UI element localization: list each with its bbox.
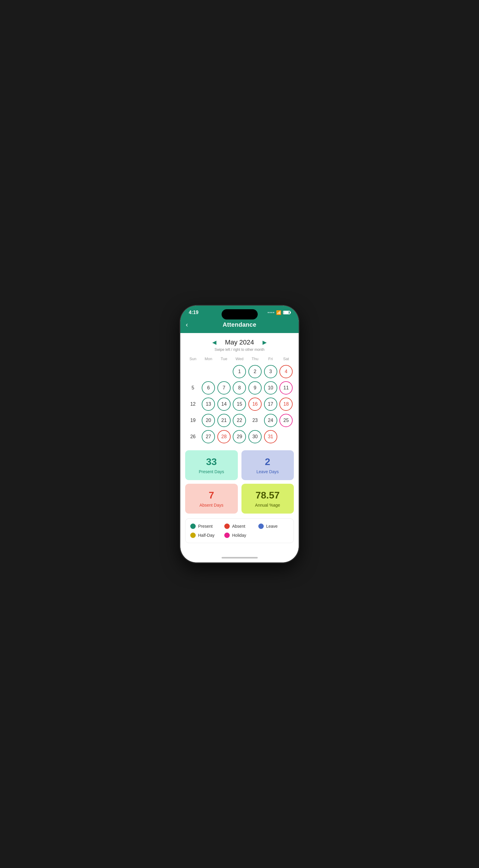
day-cell — [278, 429, 294, 444]
day-cell[interactable]: 9 — [247, 380, 263, 396]
app-header: ‹ Attendance — [180, 318, 299, 333]
absent-dot — [224, 524, 230, 529]
battery-icon — [283, 311, 290, 314]
calendar-section: ◀ May 2024 ▶ Swipe left / right to other… — [180, 333, 299, 444]
present-label: Present Days — [199, 469, 224, 474]
absent-days-card: 7 Absent Days — [185, 484, 238, 514]
day-cell[interactable]: 25 — [278, 413, 294, 428]
week-row-1: 1234 — [185, 364, 294, 379]
halfday-dot — [190, 532, 196, 538]
day-cell[interactable]: 13 — [201, 397, 216, 412]
day-cell — [185, 364, 201, 379]
holiday-legend-label: Holiday — [232, 533, 246, 538]
day-cell[interactable]: 10 — [263, 380, 278, 396]
day-headers: Sun Mon Tue Wed Thu Fri Sat — [185, 355, 294, 362]
home-bar — [221, 557, 258, 558]
day-header-tue: Tue — [216, 355, 232, 362]
day-cell[interactable]: 31 — [263, 429, 278, 444]
day-cell[interactable]: 30 — [247, 429, 263, 444]
signal-icon — [268, 312, 274, 313]
phone-frame: 4:19 📶 ‹ Attendance ◀ May 2024 — [180, 306, 299, 562]
absent-count: 7 — [209, 490, 214, 501]
day-cell[interactable]: 5 — [185, 380, 201, 396]
dynamic-island — [221, 309, 258, 319]
day-cell[interactable]: 4 — [278, 364, 294, 379]
day-cell[interactable]: 2 — [247, 364, 263, 379]
calendar-grid: Sun Mon Tue Wed Thu Fri Sat 123456789101… — [185, 355, 294, 444]
legend-absent: Absent — [224, 524, 255, 529]
week-row-5: 262728293031 — [185, 429, 294, 444]
day-cell[interactable]: 26 — [185, 429, 201, 444]
day-cell[interactable]: 27 — [201, 429, 216, 444]
home-indicator — [180, 553, 299, 562]
phone-screen: 4:19 📶 ‹ Attendance ◀ May 2024 — [180, 306, 299, 562]
legend-halfday: Half-Day — [190, 532, 221, 538]
day-cell[interactable]: 7 — [216, 380, 232, 396]
day-cell[interactable]: 3 — [263, 364, 278, 379]
week-row-2: 567891011 — [185, 380, 294, 396]
day-cell[interactable]: 18 — [278, 397, 294, 412]
day-cell[interactable]: 22 — [232, 413, 247, 428]
swipe-hint: Swipe left / right to other month — [185, 347, 294, 352]
day-cell[interactable]: 15 — [232, 397, 247, 412]
absent-legend-label: Absent — [232, 524, 245, 529]
week-row-4: 19202122232425 — [185, 413, 294, 428]
leave-dot — [258, 524, 264, 529]
stats-section: 33 Present Days 2 Leave Days 7 Absent Da… — [180, 444, 299, 516]
legend-leave: Leave — [258, 524, 289, 529]
legend-present: Present — [190, 524, 221, 529]
scroll-content: ◀ May 2024 ▶ Swipe left / right to other… — [180, 333, 299, 553]
day-cell[interactable]: 29 — [232, 429, 247, 444]
day-cell[interactable]: 17 — [263, 397, 278, 412]
day-cell[interactable]: 1 — [232, 364, 247, 379]
absent-label: Absent Days — [200, 503, 224, 507]
day-cell[interactable]: 23 — [247, 413, 263, 428]
day-cell[interactable]: 8 — [232, 380, 247, 396]
month-year-label: May 2024 — [225, 338, 254, 346]
status-icons: 📶 — [268, 310, 290, 315]
prev-month-button[interactable]: ◀ — [210, 338, 219, 347]
present-count: 33 — [206, 456, 217, 467]
day-header-wed: Wed — [232, 355, 247, 362]
day-cell[interactable]: 12 — [185, 397, 201, 412]
leave-label: Leave Days — [256, 469, 279, 474]
page-title: Attendance — [223, 321, 256, 328]
legend-section: Present Absent Leave Half-Day Holiday — [185, 518, 294, 543]
present-dot — [190, 524, 196, 529]
day-header-mon: Mon — [201, 355, 216, 362]
week-row-3: 12131415161718 — [185, 397, 294, 412]
calendar-weeks: 1234567891011121314151617181920212223242… — [185, 364, 294, 444]
leave-legend-label: Leave — [266, 524, 278, 529]
day-header-sun: Sun — [185, 355, 201, 362]
day-cell — [201, 364, 216, 379]
day-cell[interactable]: 6 — [201, 380, 216, 396]
present-legend-label: Present — [198, 524, 212, 529]
day-cell[interactable]: 28 — [216, 429, 232, 444]
leave-count: 2 — [265, 456, 270, 467]
annual-value: 78.57 — [255, 490, 280, 501]
halfday-legend-label: Half-Day — [198, 533, 214, 538]
day-cell[interactable]: 14 — [216, 397, 232, 412]
day-cell[interactable]: 16 — [247, 397, 263, 412]
day-cell[interactable]: 11 — [278, 380, 294, 396]
day-header-thu: Thu — [247, 355, 263, 362]
annual-label: Annual %age — [255, 503, 280, 507]
next-month-button[interactable]: ▶ — [260, 338, 269, 347]
holiday-dot — [224, 532, 230, 538]
wifi-icon: 📶 — [276, 310, 281, 315]
day-cell[interactable]: 21 — [216, 413, 232, 428]
leave-days-card: 2 Leave Days — [241, 450, 294, 480]
present-days-card: 33 Present Days — [185, 450, 238, 480]
back-button[interactable]: ‹ — [186, 321, 188, 329]
day-cell — [216, 364, 232, 379]
day-cell[interactable]: 19 — [185, 413, 201, 428]
day-cell[interactable]: 20 — [201, 413, 216, 428]
status-time: 4:19 — [189, 310, 198, 315]
day-header-sat: Sat — [278, 355, 294, 362]
legend-holiday: Holiday — [224, 532, 255, 538]
day-header-fri: Fri — [263, 355, 278, 362]
calendar-nav: ◀ May 2024 ▶ — [185, 338, 294, 347]
day-cell[interactable]: 24 — [263, 413, 278, 428]
annual-percentage-card: 78.57 Annual %age — [241, 484, 294, 514]
